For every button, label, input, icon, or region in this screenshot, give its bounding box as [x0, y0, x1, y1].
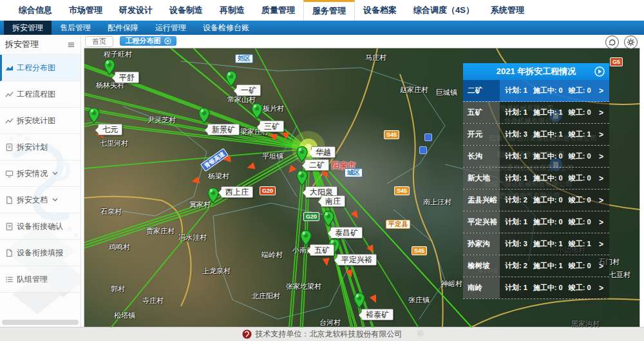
marker-label-裕泰矿[interactable]: 裕泰矿	[361, 309, 393, 320]
place-label: 鸡鸣村	[109, 242, 130, 252]
map-pin-大阳泉[interactable]	[296, 170, 308, 186]
panel-row-五矿[interactable]: 五矿计划: 1施工中: 1竣工: 0>	[463, 102, 609, 124]
marker-label-平定兴裕[interactable]: 平定兴裕	[337, 254, 377, 266]
stat-in_progress: 施工中: 0	[533, 283, 563, 293]
chevron-right-icon[interactable]: >	[599, 102, 609, 123]
road-badge: S45	[394, 186, 410, 195]
panel-row-新大地[interactable]: 新大地计划: 1施工中: 0竣工: 0>	[463, 168, 609, 190]
marker-label-二矿[interactable]: 二矿	[305, 159, 329, 171]
panel-row-盂县兴峪[interactable]: 盂县兴峪计划: 2施工中: 0竣工: 0>	[463, 190, 609, 211]
chevron-right-icon[interactable]: >	[599, 124, 609, 145]
place-label: 石泉村	[100, 207, 122, 217]
marker-label-华越[interactable]: 华越	[311, 146, 336, 158]
road-badge: S45	[384, 130, 399, 139]
marker-label-平舒[interactable]: 平舒	[115, 72, 139, 83]
map-pin-七元[interactable]	[88, 107, 100, 124]
chevron-right-icon[interactable]: >	[599, 168, 609, 189]
place-label: 杨梁村	[208, 171, 229, 181]
marker-label-南庄[interactable]: 南庄	[321, 195, 345, 207]
stat-plan: 计划: 2	[505, 195, 527, 205]
satellite-map[interactable]: 程子旺村马庄村杨林头村尹灵芝村梁家庄村常家山村石板片村七里河村赵家庄村巨城镇平坦…	[84, 48, 640, 328]
hamburger-icon[interactable]	[67, 41, 75, 49]
sidebar-item-拆安统计图[interactable]: 拆安统计图	[0, 108, 80, 134]
sub-nav-item[interactable]: 售后管理	[52, 21, 99, 35]
refresh-button[interactable]	[605, 35, 619, 49]
marker-label-泰昌矿[interactable]: 泰昌矿	[330, 227, 363, 239]
sidebar-item-工程流程图[interactable]: 工程流程图	[0, 81, 80, 108]
sidebar-item-拆安计划[interactable]: 拆安计划	[0, 134, 80, 161]
line-chart-icon	[5, 90, 14, 99]
list-icon	[5, 275, 14, 284]
panel-row-长沟[interactable]: 长沟计划: 1施工中: 0竣工: 0>	[463, 146, 609, 168]
panel-row-孙家沟[interactable]: 孙家沟计划: 3施工中: 1竣工: 1>	[463, 233, 609, 255]
mine-stats: 计划: 1施工中: 0竣工: 0	[500, 146, 599, 167]
top-nav-item[interactable]: 设备制造	[161, 0, 211, 21]
stat-done: 竣工: 0	[569, 151, 591, 161]
place-label: 台河村	[319, 318, 341, 327]
marker-label-三矿[interactable]: 三矿	[260, 121, 284, 132]
sidebar-item-设备衔接填报[interactable]: 设备衔接填报	[0, 240, 80, 266]
stat-done: 竣工: 0	[569, 108, 591, 117]
panel-row-二矿[interactable]: 二矿计划: 1施工中: 0竣工: 0>	[463, 80, 609, 102]
stat-in_progress: 施工中: 0	[533, 195, 563, 205]
top-nav-item[interactable]: 市场管理	[61, 0, 111, 21]
chevron-right-icon[interactable]: >	[599, 277, 609, 298]
sidebar-item-工程分布图[interactable]: 工程分布图	[0, 55, 80, 81]
sidebar-item-设备衔接确认[interactable]: 设备衔接确认	[0, 213, 80, 240]
sidebar-item-拆安情况[interactable]: 拆安情况	[0, 161, 80, 187]
marker-label-西上庄[interactable]: 西上庄	[221, 186, 253, 198]
place-label: 黑家沟村	[571, 319, 600, 328]
sub-nav-item[interactable]: 配件保障	[99, 21, 147, 35]
map-pin-裕泰矿[interactable]	[354, 292, 365, 309]
top-nav-item[interactable]: 系统管理	[482, 0, 533, 21]
panel-row-榆树坡[interactable]: 榆树坡计划: 2施工中: 1竣工: 0>	[463, 255, 609, 277]
top-nav-item[interactable]: 综合调度（4S）	[405, 0, 482, 21]
marker-label-新景矿[interactable]: 新景矿	[207, 124, 240, 135]
panel-row-开元[interactable]: 开元计划: 3施工中: 1竣工: 1>	[463, 124, 609, 146]
top-nav-item[interactable]: 再制造	[211, 0, 253, 21]
chevron-right-icon[interactable]: >	[599, 211, 609, 233]
sidebar-scrollbar[interactable]	[2, 320, 79, 325]
stat-plan: 计划: 1	[505, 217, 527, 227]
top-nav-item[interactable]: 综合信息	[10, 0, 61, 21]
tab-home[interactable]: 首页	[85, 36, 113, 47]
map-pin-西上庄[interactable]	[207, 187, 219, 204]
mine-name: 开元	[463, 124, 500, 145]
chevron-right-icon[interactable]: >	[599, 80, 609, 101]
marker-label-五矿[interactable]: 五矿	[310, 244, 334, 256]
mine-stats: 计划: 1施工中: 0竣工: 0	[500, 168, 599, 189]
settings-button[interactable]	[624, 35, 638, 49]
sub-nav-item[interactable]: 运行管理	[147, 21, 194, 35]
top-nav-item[interactable]: 质量管理	[253, 0, 303, 21]
map-pin-新景矿[interactable]	[198, 107, 210, 124]
top-nav-item-active[interactable]: 服务管理	[303, 0, 355, 21]
mine-stats: 计划: 3施工中: 1竣工: 1	[500, 233, 599, 255]
marker-label-七元[interactable]: 七元	[98, 124, 122, 135]
top-nav-item[interactable]: 研发设计	[111, 0, 161, 21]
place-label: 尹灵芝村	[147, 115, 176, 125]
chevron-right-icon[interactable]: >	[599, 146, 609, 167]
panel-row-南岭[interactable]: 南岭计划: 1施工中: 0竣工: 0>	[463, 277, 609, 299]
play-icon[interactable]	[594, 66, 605, 77]
map-pin-泰昌矿[interactable]	[323, 210, 334, 227]
map-pin-平舒[interactable]	[104, 59, 115, 75]
sidebar-item-队组管理[interactable]: 队组管理	[0, 266, 80, 293]
road-badge: G20	[260, 186, 276, 195]
place-label: 张家圪梁村	[286, 282, 321, 291]
panel-row-平定兴裕[interactable]: 平定兴裕计划: 1施工中: 0竣工: 0>	[463, 211, 609, 233]
map-pin-五矿[interactable]	[300, 229, 312, 246]
road-badge: 城区	[345, 168, 363, 177]
chevron-right-icon[interactable]: >	[599, 233, 609, 255]
marker-label-一矿[interactable]: 一矿	[236, 84, 261, 96]
sub-nav-item-active[interactable]: 拆安管理	[4, 21, 52, 35]
chevron-right-icon[interactable]: >	[599, 255, 609, 277]
map-pin-三矿[interactable]	[251, 102, 263, 119]
sub-nav-item[interactable]: 设备检修台账	[194, 21, 258, 35]
road-badge: G5	[610, 57, 623, 66]
sidebar-item-拆安文档[interactable]: 拆安文档	[0, 187, 80, 213]
line-chart-icon	[5, 117, 14, 125]
top-nav-item[interactable]: 设备档案	[355, 0, 405, 21]
map-pin-一矿[interactable]	[225, 70, 237, 87]
chevron-right-icon[interactable]: >	[599, 190, 609, 211]
stat-done: 竣工: 0	[569, 195, 591, 205]
